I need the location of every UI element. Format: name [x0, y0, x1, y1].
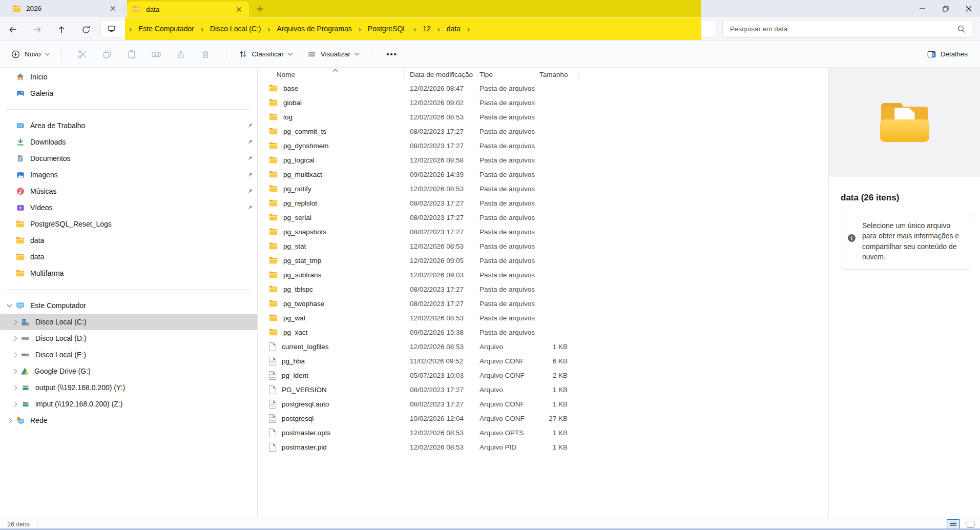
- sidebar-item-disco-local-e[interactable]: Disco Local (E:): [0, 346, 257, 363]
- table-row-pg-snapshots[interactable]: pg_snapshots08/02/2023 17:27Pasta de arq…: [258, 225, 828, 239]
- sidebar-item-documentos[interactable]: Documentos: [0, 150, 257, 167]
- new-tab-button[interactable]: [254, 4, 265, 13]
- table-row-pg-version[interactable]: PG_VERSION08/02/2023 17:27Arquivo1 KB: [258, 382, 828, 397]
- sidebar-item-v-deos[interactable]: Vídeos: [0, 199, 257, 216]
- table-row-pg-stat[interactable]: pg_stat12/02/2026 08:53Pasta de arquivos: [258, 239, 828, 253]
- table-row-pg-twophase[interactable]: pg_twophase08/02/2023 17:27Pasta de arqu…: [258, 296, 828, 311]
- table-row-postmaster-opts[interactable]: postmaster.opts12/02/2026 08:53Arquivo O…: [258, 425, 828, 440]
- sidebar-item-este-computador[interactable]: Este Computador: [0, 297, 257, 314]
- sidebar-item-m-sicas[interactable]: Músicas: [0, 183, 257, 199]
- share-button[interactable]: [175, 49, 186, 60]
- table-row-postgresql-auto[interactable]: postgresql.auto08/02/2023 17:27Arquivo C…: [258, 397, 828, 411]
- back-button[interactable]: [8, 25, 18, 35]
- sidebar-item-disco-local-c[interactable]: Disco Local (C:): [0, 314, 257, 330]
- table-row-pg-commit-ts[interactable]: pg_commit_ts08/02/2023 17:27Pasta de arq…: [258, 124, 828, 138]
- table-row-postgresql[interactable]: postgresql10/02/2026 12:04Arquivo CONF27…: [258, 411, 828, 425]
- sidebar-item-in-cio[interactable]: Início: [0, 69, 257, 85]
- up-button[interactable]: [56, 25, 67, 35]
- chevron-down-icon[interactable]: [3, 304, 16, 307]
- sidebar-item-postgresql-reset-logs[interactable]: PostgreSQL_Reset_Logs: [0, 216, 257, 232]
- sidebar-item-imput-192-168-0-200-z[interactable]: imput (\\192.168.0.200) (Z:): [0, 396, 257, 412]
- view-button[interactable]: Visualizar: [303, 47, 363, 62]
- table-row-pg-subtrans[interactable]: pg_subtrans12/02/2026 09:03Pasta de arqu…: [258, 268, 828, 282]
- table-row-pg-hba[interactable]: pg_hba11/02/2026 09:52Arquivo CONF6 KB: [258, 354, 828, 368]
- column-header-tamanho[interactable]: Tamanho: [535, 69, 579, 79]
- sidebar-item-label: Rede: [30, 416, 47, 424]
- table-row-postmaster-pid[interactable]: postmaster.pid12/02/2026 08:53Arquivo PI…: [258, 440, 828, 454]
- close-tab-icon[interactable]: [236, 7, 242, 12]
- minimize-button[interactable]: [911, 0, 934, 17]
- table-row-pg-stat-tmp[interactable]: pg_stat_tmp12/02/2026 09:05Pasta de arqu…: [258, 253, 828, 268]
- close-button[interactable]: [957, 0, 980, 17]
- view-button-label: Visualizar: [321, 50, 350, 58]
- music-icon: [16, 187, 25, 195]
- sidebar-item-data[interactable]: data: [0, 249, 257, 265]
- chevron-right-icon[interactable]: [8, 353, 21, 357]
- search-icon[interactable]: [957, 25, 966, 33]
- file-date: 12/02/2026 09:03: [404, 271, 476, 279]
- table-row-pg-ident[interactable]: pg_ident05/07/2023 10:03Arquivo CONF2 KB: [258, 368, 828, 382]
- sidebar-item-galeria[interactable]: Galeria: [0, 85, 257, 101]
- sidebar-item-data[interactable]: data: [0, 232, 257, 249]
- tab-2026[interactable]: 2026: [0, 0, 123, 17]
- breadcrumb-item-este-computador[interactable]: Este Computador: [138, 25, 194, 33]
- sidebar-item-google-drive-g[interactable]: Google Drive (G:): [0, 363, 257, 379]
- forward-button[interactable]: [32, 25, 43, 35]
- table-row-pg-wal[interactable]: pg_wal12/02/2026 08:53Pasta de arquivos: [258, 311, 828, 325]
- table-row-pg-replslot[interactable]: pg_replslot08/02/2023 17:27Pasta de arqu…: [258, 196, 828, 210]
- file-type: Pasta de arquivos: [476, 286, 535, 293]
- sort-button[interactable]: Classificar: [235, 47, 296, 62]
- more-options-button[interactable]: •••: [386, 49, 398, 60]
- refresh-button[interactable]: [81, 25, 91, 35]
- sidebar-item-rea-de-trabalho[interactable]: Área de Trabalho: [0, 117, 257, 134]
- close-tab-icon[interactable]: [110, 6, 116, 11]
- tab-data[interactable]: data: [127, 2, 249, 17]
- search-input[interactable]: Pesquisar em data: [722, 20, 972, 37]
- sidebar-item-label: Google Drive (G:): [34, 367, 91, 375]
- details-toggle-button[interactable]: Detalhes: [923, 47, 972, 62]
- sidebar-item-output-192-168-0-200-y[interactable]: output (\\192.168.0.200) (Y:): [0, 379, 257, 396]
- chevron-right-icon[interactable]: [8, 386, 21, 390]
- chevron-right-icon[interactable]: [8, 402, 21, 406]
- sidebar-item-imagens[interactable]: Imagens: [0, 167, 257, 183]
- paste-button[interactable]: [126, 49, 137, 60]
- sidebar-item-downloads[interactable]: Downloads: [0, 134, 257, 150]
- table-row-pg-serial[interactable]: pg_serial08/02/2023 17:27Pasta de arquiv…: [258, 210, 828, 225]
- table-row-global[interactable]: global12/02/2026 09:02Pasta de arquivos: [258, 95, 828, 110]
- table-row-pg-notify[interactable]: pg_notify12/02/2026 08:53Pasta de arquiv…: [258, 181, 828, 196]
- breadcrumb-item-postgresql[interactable]: PostgreSQL: [368, 25, 407, 33]
- breadcrumb-item-arquivos-de-programas[interactable]: Arquivos de Programas: [277, 25, 352, 33]
- delete-button[interactable]: [200, 49, 211, 60]
- icons-view-button[interactable]: [964, 519, 977, 529]
- table-row-log[interactable]: log12/02/2026 08:53Pasta de arquivos: [258, 110, 828, 124]
- file-type: Pasta de arquivos: [476, 214, 535, 221]
- column-header-nome[interactable]: Nome: [258, 69, 404, 79]
- new-button[interactable]: Novo: [7, 47, 53, 62]
- restore-button[interactable]: [934, 0, 957, 17]
- breadcrumb-item-data[interactable]: data: [447, 25, 461, 33]
- chevron-right-icon[interactable]: [8, 337, 21, 340]
- column-header-data-modificacao[interactable]: Data de modificação: [404, 69, 476, 79]
- table-row-base[interactable]: base12/02/2026 08:47Pasta de arquivos: [258, 81, 828, 95]
- table-row-pg-dynshmem[interactable]: pg_dynshmem08/02/2023 17:27Pasta de arqu…: [258, 138, 828, 153]
- file-name-cell: pg_multixact: [258, 170, 404, 178]
- table-row-pg-xact[interactable]: pg_xact09/02/2026 15:38Pasta de arquivos: [258, 325, 828, 339]
- chevron-right-icon[interactable]: [8, 370, 21, 373]
- copy-button[interactable]: [101, 49, 113, 60]
- rename-button[interactable]: [151, 49, 162, 60]
- table-row-pg-tblspc[interactable]: pg_tblspc08/02/2023 17:27Pasta de arquiv…: [258, 282, 828, 296]
- chevron-right-icon[interactable]: [8, 320, 21, 324]
- chevron-right-icon[interactable]: [3, 419, 16, 422]
- details-view-button[interactable]: [947, 519, 960, 529]
- sidebar-item-disco-local-d[interactable]: Disco Local (D:): [0, 330, 257, 346]
- breadcrumb-item-disco-local-c[interactable]: Disco Local (C:): [210, 25, 261, 33]
- table-row-pg-multixact[interactable]: pg_multixact09/02/2026 14:39Pasta de arq…: [258, 167, 828, 181]
- breadcrumb-item-12[interactable]: 12: [423, 25, 431, 33]
- file-date: 08/02/2023 17:27: [404, 300, 476, 308]
- table-row-pg-logical[interactable]: pg_logical12/02/2026 08:58Pasta de arqui…: [258, 153, 828, 167]
- sidebar-item-multifarma[interactable]: Multifarma: [0, 265, 257, 281]
- sidebar-item-rede[interactable]: Rede: [0, 412, 257, 429]
- table-row-current-logfiles[interactable]: current_logfiles12/02/2026 08:53Arquivo1…: [258, 339, 828, 354]
- column-header-tipo[interactable]: Tipo: [476, 69, 535, 79]
- cut-button[interactable]: [77, 49, 88, 60]
